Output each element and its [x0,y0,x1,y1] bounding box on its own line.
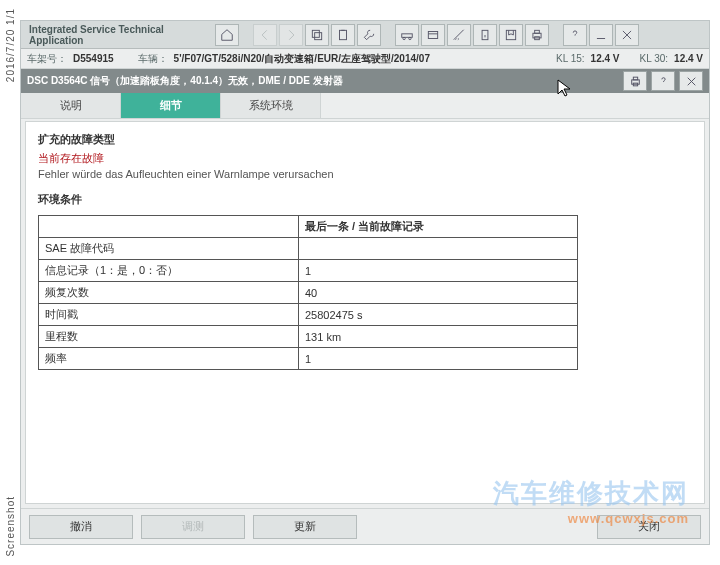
clipboard-button[interactable] [331,24,355,46]
vehicle-info-bar: 车架号： D554915 车辆： 5'/F07/GT/528i/N20/自动变速… [21,49,709,69]
svg-point-5 [409,37,411,39]
close-app-button[interactable] [615,24,639,46]
chassis-value: D554915 [73,53,114,64]
left-rail: 2016/7/20 1/1 Screenshot [0,0,20,565]
measure-button[interactable] [447,24,471,46]
svg-rect-10 [535,30,540,33]
fault-present-line: 当前存在故障 [38,151,692,166]
home-button[interactable] [215,24,239,46]
cascade-button[interactable] [305,24,329,46]
tab-system-env[interactable]: 系统环境 [221,93,321,118]
table-header-row: 最后一条 / 当前故障记录 [39,216,578,238]
panel-help-button[interactable] [651,71,675,91]
env-title: 环境条件 [38,192,692,207]
svg-rect-2 [340,30,347,39]
svg-rect-1 [315,32,322,39]
forward-button[interactable] [279,24,303,46]
chassis-label: 车架号： [27,52,67,66]
table-row: 频率1 [39,348,578,370]
svg-rect-6 [428,31,437,38]
svg-rect-9 [533,33,541,38]
svg-point-4 [403,37,405,39]
app-title: Integrated Service Technical Application [25,24,215,46]
back-button[interactable] [253,24,277,46]
print-panel-button[interactable] [623,71,647,91]
kl15-label: KL 15: [556,53,585,64]
kl15-value: 12.4 V [591,53,620,64]
ticket-button[interactable] [421,24,445,46]
svg-rect-8 [506,30,515,39]
table-row: 频复次数40 [39,282,578,304]
main-toolbar [215,24,705,46]
table-row: 信息记录（1：是，0：否）1 [39,260,578,282]
fault-header-bar: DSC D3564C 信号（加速踏板角度，40.1.4）无效，DME / DDE… [21,69,709,93]
content-panel: 扩充的故障类型 当前存在故障 Fehler würde das Aufleuch… [25,121,705,504]
table-header-last: 最后一条 / 当前故障记录 [299,216,578,238]
fault-type-title: 扩充的故障类型 [38,132,692,147]
table-row: 时间戳25802475 s [39,304,578,326]
svg-rect-0 [312,30,319,37]
page-indicator: 2016/7/20 1/1 [5,8,16,82]
app-bar: Integrated Service Technical Application [21,21,709,49]
bookmark-button[interactable] [499,24,523,46]
app-window: Integrated Service Technical Application… [20,20,710,545]
screenshot-label: Screenshot [5,496,16,557]
tabs-row: 说明 细节 系统环境 [21,93,709,119]
minimize-button[interactable] [589,24,613,46]
env-table: 最后一条 / 当前故障记录 SAE 故障代码 信息记录（1：是，0：否）1 频复… [38,215,578,370]
close-button[interactable]: 关闭 [597,515,701,539]
undo-button[interactable]: 撤消 [29,515,133,539]
help-button[interactable] [563,24,587,46]
table-header-empty [39,216,299,238]
tools-button[interactable] [357,24,381,46]
table-row: 里程数131 km [39,326,578,348]
kl30-value: 12.4 V [674,53,703,64]
kl30-label: KL 30: [640,53,669,64]
fault-header-text: DSC D3564C 信号（加速踏板角度，40.1.4）无效，DME / DDE… [27,74,343,88]
fault-warn-line: Fehler würde das Aufleuchten einer Warnl… [38,168,692,180]
update-button[interactable]: 更新 [253,515,357,539]
tab-details[interactable]: 细节 [121,93,221,118]
vehicle-label: 车辆： [138,52,168,66]
vehicle-value: 5'/F07/GT/528i/N20/自动变速箱/EUR/左座驾驶型/2014/… [174,52,430,66]
panel-close-button[interactable] [679,71,703,91]
footer-bar: 撤消 调测 更新 关闭 [21,508,709,544]
test-button[interactable]: 调测 [141,515,245,539]
vehicle-button[interactable] [395,24,419,46]
svg-rect-3 [402,33,413,37]
print-button[interactable] [525,24,549,46]
svg-rect-13 [633,77,637,80]
tab-description[interactable]: 说明 [21,93,121,118]
table-row: SAE 故障代码 [39,238,578,260]
info-button[interactable] [473,24,497,46]
